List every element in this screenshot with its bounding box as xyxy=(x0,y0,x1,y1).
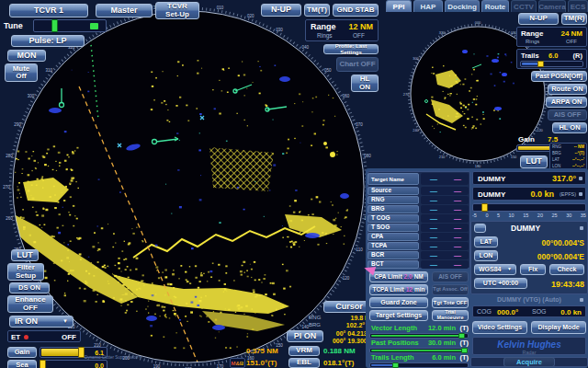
table-row: Source—— xyxy=(368,187,469,195)
ais-button[interactable]: AIS OFF xyxy=(432,271,469,282)
mini-ais-button[interactable]: AIS OFF xyxy=(548,109,587,121)
sog-value: 0.0 kn xyxy=(560,308,582,316)
master-button[interactable]: Master xyxy=(96,4,153,17)
tcpa-limit-button[interactable]: TCPA Limit 12 min xyxy=(369,284,428,295)
ds-button[interactable]: DS ON xyxy=(9,282,50,293)
datum-dropdown[interactable]: WGS84 ▼ xyxy=(474,264,516,275)
hl-button[interactable]: HL ON xyxy=(351,75,379,92)
clock: 19:43:48 xyxy=(533,280,584,289)
mini-range-value: 24 NM xyxy=(560,29,582,38)
guard-zone-button[interactable]: Guard Zone xyxy=(369,297,428,308)
position-source: DUMMY xyxy=(511,224,540,233)
lat-value: 00°00.004'S xyxy=(470,238,584,247)
tgt-assoc-button[interactable]: Tgt Assoc. Off xyxy=(432,284,469,295)
table-row: T SOG—— xyxy=(368,224,469,232)
speed-value: 0.0 kn xyxy=(530,190,554,199)
gain-label-button: Gain xyxy=(7,347,37,358)
pi-button[interactable]: PI ON xyxy=(287,330,323,342)
motion-mode-button[interactable]: TM(T) xyxy=(304,4,330,17)
trails-length-slider[interactable]: Trails Length 6.0 min (T) xyxy=(369,353,469,368)
brand-sub: Radar xyxy=(473,350,585,355)
mini-motion-button[interactable]: TM(R) xyxy=(561,13,587,25)
vrm-value: 0.188 NM xyxy=(323,347,356,355)
tab-cctv[interactable]: CCTV xyxy=(511,0,537,12)
display-mode-button[interactable]: Display Mode xyxy=(531,321,586,334)
speed-slider[interactable] xyxy=(472,203,586,212)
range-value: 12 NM xyxy=(348,22,373,31)
speed-scale: -505 101520 253035 xyxy=(472,213,586,218)
mob-button[interactable]: M&B xyxy=(230,358,245,368)
dcs-note: Dynamic Clutter Suppression™ xyxy=(85,355,123,360)
tab-docking[interactable]: Docking xyxy=(445,0,480,12)
profile-button[interactable]: Profile: Last Settings xyxy=(323,44,379,54)
video-settings-button[interactable]: Video Settings xyxy=(472,321,527,334)
mini-arpa-button[interactable]: ARPA ON xyxy=(546,97,587,108)
mini-range-box[interactable]: Range 24 NM Rings OFF xyxy=(516,27,587,47)
tcvr-setup-button[interactable]: TCVR Set-Up xyxy=(155,2,199,19)
tab-camera[interactable]: Camera xyxy=(538,0,566,12)
mini-orientation-button[interactable]: N-UP xyxy=(518,13,559,25)
speed-source-row[interactable]: DUMMY 0.0 kn (EPFS) xyxy=(472,187,586,201)
lut-button[interactable]: LUT xyxy=(11,249,39,261)
table-row: CPA—— xyxy=(368,233,469,241)
range-box[interactable]: Range 12 NM Rings OFF xyxy=(305,19,379,41)
trial-manoeuvre-button[interactable]: Trial Manoeuvre xyxy=(432,310,469,321)
et-control[interactable]: ET OFF xyxy=(7,330,81,342)
mini-hl-button[interactable]: HL ON xyxy=(552,122,587,133)
tab-hap[interactable]: HAP xyxy=(413,0,443,12)
tune-indicator xyxy=(90,23,98,29)
mon-button[interactable]: MON xyxy=(7,50,46,62)
chart-hatched-area xyxy=(209,147,274,191)
fix-button[interactable]: Fix xyxy=(520,264,546,275)
chevron-down-icon: ▼ xyxy=(507,267,512,271)
vector-length-slider[interactable]: Vector Length 12.0 min (T) xyxy=(369,324,469,339)
cpa-limit-button[interactable]: CPA Limit 2.0 NM xyxy=(369,271,428,282)
main-ppi[interactable] xyxy=(9,7,368,366)
mini-route-button[interactable]: Route ON xyxy=(548,84,587,95)
cog-sog-row: COG 000.0° SOG 0.0 kn xyxy=(472,305,586,317)
table-row: TCPA—— xyxy=(368,242,469,250)
vrm-button[interactable]: VRM xyxy=(288,346,320,356)
tab-ecs[interactable]: ECS xyxy=(568,0,588,12)
mini-trails-slider[interactable] xyxy=(520,61,583,67)
mini-gain-label: Gain xyxy=(518,135,535,144)
check-button[interactable]: Check xyxy=(549,264,584,275)
position-source-toggle[interactable] xyxy=(474,224,486,233)
table-row: BCR—— xyxy=(368,251,469,259)
orientation-button[interactable]: N-UP xyxy=(261,4,301,17)
et-led xyxy=(24,335,28,339)
tab-route[interactable]: Route xyxy=(481,0,509,12)
sea-slider[interactable]: 0.0 xyxy=(40,360,107,368)
mini-cursor-info: RNG-- NM BRG--°(T) LAT--°--.--' LON--°--… xyxy=(549,143,587,170)
past-posn-button[interactable]: Past POSN[Off] xyxy=(531,71,587,82)
utc-button[interactable]: UTC +00:00 xyxy=(474,278,527,289)
heading-source-row[interactable]: DUMMY 317.0° xyxy=(472,171,586,185)
acquire-button[interactable]: Acquire xyxy=(503,357,555,367)
table-row: BRG—— xyxy=(368,205,469,213)
tcvr-button[interactable]: TCVR 1 xyxy=(9,4,88,17)
mini-lut-button[interactable]: LUT xyxy=(520,155,548,168)
ebl-value: 018.1°(T) xyxy=(323,359,354,367)
past-positions-slider[interactable]: Past Positions 30.0 min (T) xyxy=(369,339,469,353)
enhance-button[interactable]: Enhance OFF xyxy=(7,295,53,313)
chart-button[interactable]: Chart OFF xyxy=(336,57,379,72)
mini-trails-box[interactable]: Trails 6.0 (R) xyxy=(516,49,587,69)
filter-setup-button[interactable]: Filter Setup xyxy=(7,263,44,281)
rings-value: OFF xyxy=(353,32,365,39)
heading-value: 317.0° xyxy=(552,174,576,183)
table-row: RNG—— xyxy=(368,196,469,204)
vtg-header: DUMMY (VTG) (Auto) xyxy=(472,296,586,303)
brand-box: Kelvin Hughes Radar xyxy=(472,337,586,355)
stabilisation-button[interactable]: GND STAB xyxy=(333,4,379,17)
target-settings-button[interactable]: Target Settings xyxy=(369,310,428,321)
tune-slider[interactable] xyxy=(33,19,107,32)
tgt-tote-button[interactable]: Tgt Tote OFF xyxy=(432,297,469,308)
ebl-button[interactable]: EBL xyxy=(288,358,320,368)
pulse-button[interactable]: Pulse: LP xyxy=(11,35,85,47)
tab-ppi[interactable]: PPI xyxy=(386,0,412,12)
table-row: BCT—— xyxy=(368,260,469,269)
lon-value: 000°00.004'E xyxy=(470,252,584,261)
mute-button[interactable]: Mute Off xyxy=(5,63,38,82)
ir-dropdown[interactable]: IR ON ▼ xyxy=(9,316,74,328)
chevron-down-icon: ▼ xyxy=(62,318,68,324)
